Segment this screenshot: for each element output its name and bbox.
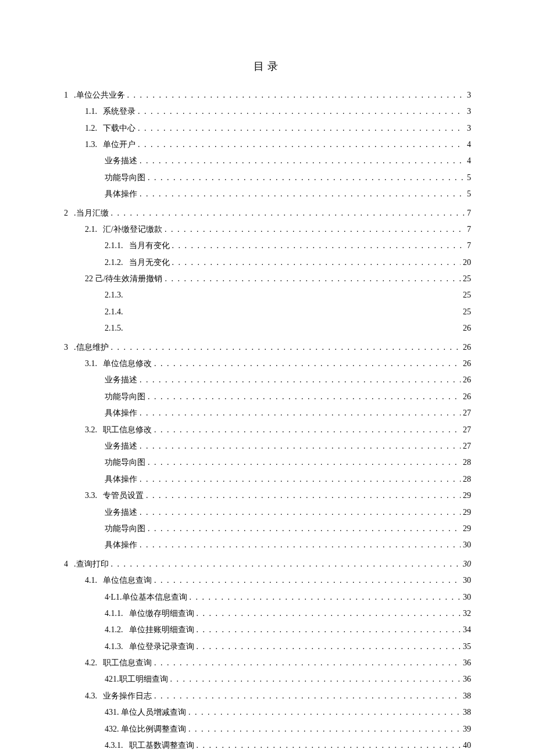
toc-leader-dots — [188, 723, 461, 736]
toc-entry-page: 3 — [467, 89, 471, 102]
toc-entry-page: 5 — [467, 188, 471, 200]
toc-entry-label: 单位信息修改 — [103, 357, 152, 370]
toc-entry-page: 38 — [463, 706, 471, 719]
toc-entry-page: 3 — [467, 105, 471, 118]
toc-entry: 4.1.单位信息查询30 — [64, 574, 471, 587]
toc-entry-number: 1 — [64, 89, 68, 102]
toc-leader-dots — [165, 273, 461, 285]
toc-leader-dots — [154, 357, 461, 370]
toc-entry-label: 单位登录记录查询 — [129, 640, 194, 653]
toc-entry-number: 4.3.1. — [105, 739, 123, 752]
toc-entry-page: 7 — [467, 223, 471, 236]
toc-leader-dots — [140, 407, 461, 420]
toc-entry-label: .查询打印 — [74, 558, 109, 571]
toc-entry-number: 1.3. — [85, 138, 97, 151]
toc-entry-label: 业务描述 — [105, 440, 137, 453]
toc-leader-dots — [148, 390, 461, 403]
toc-entry-number: 4.2. — [85, 657, 97, 669]
toc-leader-dots — [197, 607, 461, 620]
toc-leader-dots — [197, 640, 461, 653]
toc-entry-label: 4·L1.单位基本信息查询 — [105, 591, 187, 604]
toc-entry-label: 业务操作日志 — [103, 690, 152, 703]
toc-leader-dots — [188, 706, 461, 719]
toc-leader-dots — [154, 690, 461, 703]
toc-entry-page: 27 — [463, 424, 471, 436]
toc-entry-page: 4 — [467, 155, 471, 167]
toc-entry: 业务描述29 — [64, 506, 471, 519]
toc-entry-label: 功能导向图 — [105, 171, 145, 184]
toc-entry-label: 单位缴存明细查询 — [129, 607, 194, 620]
toc-entry: 具体操作27 — [64, 407, 471, 420]
toc-entry-page: 25 — [463, 289, 471, 302]
toc-entry-page: 30 — [463, 539, 471, 551]
toc-entry: 2.1.1.当月有变化7 — [64, 239, 471, 252]
toc-entry-label: 22 己/待生效清册撤销 — [85, 273, 162, 285]
toc-entry-label: .信息维护 — [74, 341, 109, 354]
toc-entry-number: 4.1.2. — [105, 624, 123, 636]
toc-entry: 1.单位公共业务3 — [64, 89, 471, 102]
toc-entry: 2.1.5.26 — [64, 322, 471, 335]
toc-entry-label: 具体操作 — [105, 188, 137, 200]
toc-leader-dots — [127, 89, 465, 102]
toc-leader-dots — [148, 456, 461, 469]
toc-leader-dots — [140, 539, 461, 551]
toc-entry: 具体操作30 — [64, 539, 471, 551]
toc-entry-label: 具体操作 — [105, 407, 137, 420]
toc-leader-dots — [140, 188, 465, 200]
toc-entry: 421.职工明细查询36 — [64, 673, 471, 686]
toc-entry: 1.3.单位开户4 — [64, 138, 471, 151]
toc-entry-page: 26 — [463, 390, 471, 403]
toc-entry: 2.1.4.25 — [64, 306, 471, 318]
toc-entry-label: 职工基数调整查询 — [129, 739, 194, 752]
toc-entry: 4.1.1.单位缴存明细查询32 — [64, 607, 471, 620]
toc-entry-page: 38 — [463, 690, 471, 703]
toc-leader-dots — [154, 657, 461, 669]
toc-entry-label: 431. 单位人员增减查询 — [105, 706, 186, 719]
toc-entry: 具体操作5 — [64, 188, 471, 200]
toc-entry-number: 2 — [64, 207, 68, 220]
toc-entry-label: 专管员设置 — [103, 489, 144, 502]
toc-entry-label: .当月汇缴 — [74, 207, 109, 220]
toc-entry-label: 业务描述 — [105, 506, 137, 519]
toc-entry-page: 35 — [463, 640, 471, 653]
toc-entry-label: 单位信息查询 — [103, 574, 152, 587]
toc-entry: 2.1.2.当月无变化20 — [64, 256, 471, 269]
toc-entry-page: 3 — [467, 122, 471, 135]
toc-entry-page: 39 — [463, 723, 471, 736]
toc-entry-page: 4 — [467, 138, 471, 151]
toc-entry-number: 2.1. — [85, 223, 97, 236]
toc-entry-number: 4.1.1. — [105, 607, 123, 620]
toc-entry-label: 汇/补缴登记缴款 — [103, 223, 162, 236]
toc-entry-number: 2.1.3. — [105, 289, 123, 302]
toc-entry-number: 4.1. — [85, 574, 97, 587]
toc-entry-label: 下载中心 — [103, 122, 135, 135]
toc-leader-dots — [148, 171, 465, 184]
toc-entry-page: 30 — [463, 558, 471, 571]
toc-leader-dots — [140, 374, 461, 386]
toc-title: 目录 — [64, 58, 471, 75]
toc-entry-page: 29 — [463, 489, 471, 502]
toc-entry-page: 40 — [463, 739, 471, 752]
toc-entry-label: .单位公共业务 — [74, 89, 125, 102]
toc-entry-page: 27 — [463, 440, 471, 453]
toc-entry-label: 具体操作 — [105, 539, 137, 551]
toc-entry-page: 26 — [463, 322, 471, 335]
toc-entry-label: 具体操作 — [105, 473, 137, 486]
toc-leader-dots — [140, 506, 461, 519]
toc-leader-dots — [172, 256, 461, 269]
toc-entry-label: 单位挂账明细查询 — [129, 624, 194, 636]
toc-entry-number: 4.3. — [85, 690, 97, 703]
toc-entry-label: 业务描述 — [105, 374, 137, 386]
toc-entry-page: 7 — [467, 239, 471, 252]
toc-leader-dots — [138, 122, 465, 135]
toc-entry-label: 职工信息修改 — [103, 424, 152, 436]
toc-leader-dots — [197, 624, 461, 636]
toc-container: 1.单位公共业务31.1.系统登录31.2.下载中心31.3.单位开户4业务描述… — [64, 89, 471, 753]
toc-entry-number: 1.1. — [85, 105, 97, 118]
toc-entry: 功能导向图5 — [64, 171, 471, 184]
toc-entry-number: 2.1.5. — [105, 322, 123, 335]
toc-leader-dots — [138, 138, 465, 151]
toc-entry-label: 职工信息查询 — [103, 657, 152, 669]
toc-leader-dots — [172, 239, 465, 252]
toc-entry-page: 7 — [467, 207, 471, 220]
